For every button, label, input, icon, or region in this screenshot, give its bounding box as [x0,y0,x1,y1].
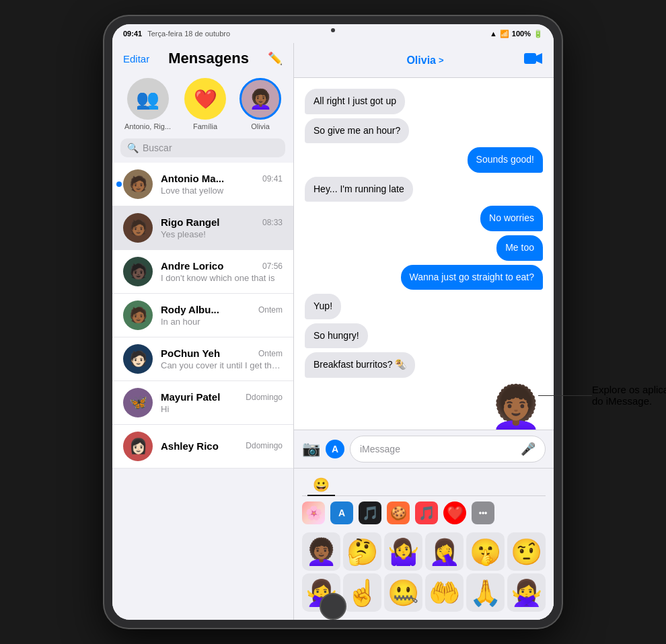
memoji-cell-4[interactable]: 🤦‍♀️ [425,532,464,571]
conv-name-row-rigo: Rigo Rangel 08:33 [161,216,283,228]
camera-button[interactable]: 📷 [302,440,320,458]
memoji-cell-9[interactable]: 🤐 [384,573,422,612]
avatar-ashley: 👩🏻 [123,432,153,461]
red-icon: ❤️ [447,505,464,521]
memoji-cell-3[interactable]: 🤷‍♀️ [384,532,422,571]
msg-9-text: So hungry! [313,330,359,341]
pinned-avatar-antonio: 👥 [127,78,169,120]
conv-name-row-ashley: Ashley Rico Ddomingo [161,440,283,452]
status-right: ▲ 📶 100% 🔋 [490,30,543,38]
battery-label: 100% [512,30,531,38]
conv-info-pochun: PoChun Yeh Ontem Can you cover it until … [161,348,283,370]
message-input[interactable]: iMessage 🎤 [350,436,546,462]
conversation-ashley[interactable]: 👩🏻 Ashley Rico Ddomingo [112,425,293,469]
msg-2-text: So give me an hour? [313,125,400,136]
svg-rect-0 [524,53,536,64]
conv-name-pochun: PoChun Yeh [161,348,220,359]
search-bar[interactable]: 🔍 Buscar [120,138,285,157]
memoji-cell-8[interactable]: ☝️ [343,573,381,612]
memoji-cell-10[interactable]: 🤲 [425,573,464,612]
camera-dot [331,28,335,32]
avatar-pochun: 🧑🏻 [123,344,153,374]
annotation: Explore os aplicativos do iMessage. [592,384,666,407]
svg-marker-1 [536,53,542,64]
msg-10-text: Breakfast burritos? 🌯 [313,359,406,370]
apps-button[interactable]: A [326,440,344,458]
conv-time-mayuri: Ddomingo [246,393,283,402]
memoji-cell-11[interactable]: 🙏 [466,573,505,612]
conv-info-mayuri: Mayuri Patel Ddomingo Hi [161,391,283,414]
pinned-avatar-olivia: 👩🏾‍🦱 [239,78,281,120]
memoji-tabs: 😀 [302,474,546,496]
mic-icon[interactable]: 🎤 [521,442,535,456]
msg-3-text: Sounds good! [476,154,534,165]
msg-9: So hungry! [305,323,368,349]
memoji-cell-5[interactable]: 🤫 [466,532,505,571]
conv-time-andre: 07:56 [262,261,283,271]
conv-info-antonio: Antonio Ma... 09:41 Love that yellow [161,173,283,196]
conversation-mayuri[interactable]: 🦋 Mayuri Patel Ddomingo Hi [112,381,293,425]
memoji-cell-2[interactable]: 🤔 [343,532,381,571]
conv-preview-rody: In an hour [161,317,283,327]
memoji-tab-face[interactable]: 😀 [307,474,335,495]
stickers-icon: 🍪 [390,505,407,521]
conversation-rigo[interactable]: 🧑🏾 Rigo Rangel 08:33 Yes please! [112,206,293,250]
msg-1: All right I just got up [305,89,405,114]
msg-8-text: Yup! [313,300,332,311]
msg-6-text: Me too [505,242,534,253]
msg-3: Sounds good! [468,147,543,173]
conv-name-row-andre: Andre Lorico 07:56 [161,260,283,272]
conv-time-pochun: Ontem [258,349,283,358]
app-icon-stickers[interactable]: 🍪 [387,501,410,524]
app-icon-voice[interactable]: 🎵 [359,501,381,524]
conversation-antonio[interactable]: 🧑🏾 Antonio Ma... 09:41 Love that yellow [112,163,293,206]
app-icon-more[interactable]: ••• [472,501,494,524]
compose-icon[interactable]: ✏️ [268,51,283,66]
conv-preview-antonio: Love that yellow [161,186,283,196]
conversation-andre[interactable]: 🧑🏿 Andre Lorico 07:56 I don't know which… [112,250,293,294]
pinned-contact-antonio[interactable]: 👥 Antonio, Rig... [124,78,171,130]
msg-4-text: Hey... I'm running late [313,184,404,194]
video-call-button[interactable] [524,52,543,69]
edit-button[interactable]: Editar [123,53,149,65]
memoji-cell-1[interactable]: 👩🏾‍🦱 [302,532,340,571]
search-placeholder: Buscar [143,143,172,153]
conv-info-rigo: Rigo Rangel 08:33 Yes please! [161,216,283,239]
pinned-contact-olivia[interactable]: 👩🏾‍🦱 Olivia [239,78,281,130]
input-area: 📷 A iMessage 🎤 [294,430,554,468]
conv-name-ashley: Ashley Rico [161,440,219,452]
memoji-cell-6[interactable]: 🤨 [507,532,546,571]
conversation-pochun[interactable]: 🧑🏻 PoChun Yeh Ontem Can you cover it unt… [112,337,293,381]
pinned-contacts: 👥 Antonio, Rig... ❤️ Família 👩🏾‍🦱 [112,73,293,138]
conv-info-ashley: Ashley Rico Ddomingo [161,440,283,453]
conv-info-rody: Rody Albu... Ontem In an hour [161,304,283,327]
avatar-rody: 🧑🏾 [123,300,153,330]
avatar-rigo: 🧑🏾 [123,213,153,243]
annotation-text-line2: do iMessage. [592,395,666,407]
sidebar-title: Mensagens [168,50,249,67]
chat-header: Olivia > [294,43,554,78]
app-icon-store[interactable]: A [330,501,353,524]
chat-contact[interactable]: Olivia > [406,54,443,67]
app-icon-music[interactable]: 🎵 [415,501,438,524]
avatar-mayuri: 🦋 [123,388,153,417]
status-time: 09:41 [123,30,142,38]
conv-time-rigo: 08:33 [262,218,283,227]
pinned-contact-familia[interactable]: ❤️ Família [184,78,226,130]
pinned-name-antonio: Antonio, Rig... [124,122,171,130]
memoji-image: 👩🏾‍🦱 [489,382,543,430]
location-icon: ▲ [490,30,497,38]
memoji-cell-12[interactable]: 🙅‍♀️ [507,573,546,612]
conv-name-row-mayuri: Mayuri Patel Ddomingo [161,391,283,403]
home-button[interactable] [320,593,346,620]
more-icon: ••• [479,508,488,518]
app-icon-red[interactable]: ❤️ [443,501,466,524]
conversation-rody[interactable]: 🧑🏾 Rody Albu... Ontem In an hour [112,294,293,337]
message-input-placeholder: iMessage [360,444,400,454]
messages-area: All right I just got up So give me an ho… [294,78,554,430]
pinned-name-familia: Família [193,122,217,130]
battery-icon: 🔋 [533,30,543,38]
chevron-icon: > [439,55,444,65]
app-icon-photos[interactable]: 🌸 [302,501,325,524]
conv-time-antonio: 09:41 [262,174,283,184]
